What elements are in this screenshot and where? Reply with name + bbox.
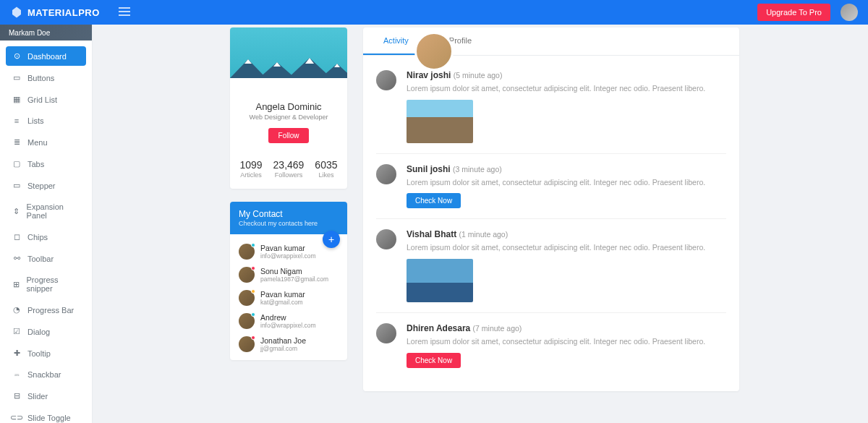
nav-label: Tooltip [27,349,51,358]
upgrade-button[interactable]: Upgrade To Pro [757,4,830,21]
sidebar-item-progress-bar[interactable]: ◔Progress Bar [6,300,86,320]
nav-label: Expansion Panel [27,202,80,220]
activity-time: (5 minute ago) [454,71,503,80]
contact-email: jj@gmail.com [260,345,306,352]
nav-label: Slide Toggle [27,414,71,422]
contact-email: kat@gmail.com [260,299,305,306]
activity-avatar [376,70,396,90]
activity-heading: Vishal Bhatt (1 minute ago) [407,229,726,239]
contact-email: pamela1987@gmail.com [260,275,328,283]
nav-icon: ✚ [12,349,22,358]
profile-name: Angela Dominic [233,101,344,112]
svg-marker-6 [320,64,347,78]
activity-time: (1 minute ago) [459,230,508,239]
contact-avatar [239,336,255,352]
sidebar: Markam Doe ⊙Dashboard▭Buttons▦Grid List≡… [0,25,93,423]
svg-marker-3 [273,62,281,67]
stat-number: 6035 [315,159,337,171]
check-now-button[interactable]: Check Now [407,353,461,368]
contact-name: Pavan kumar [260,244,316,252]
contact-item[interactable]: Sonu Nigampamela1987@gmail.com [230,263,347,286]
activity-item: Vishal Bhatt (1 minute ago)Lorem ipsum d… [376,219,726,313]
status-dot [251,336,255,340]
sidebar-item-progress-snipper[interactable]: ⊞Progress snipper [6,270,86,298]
sidebar-item-slider[interactable]: ⊟Slider [6,386,86,406]
status-dot [251,243,255,247]
nav-icon: ≣ [12,137,22,147]
sidebar-item-lists[interactable]: ≡Lists [6,111,86,130]
activity-card: ActivityProfile Nirav joshi (5 minute ag… [363,27,739,391]
sidebar-item-buttons[interactable]: ▭Buttons [6,68,86,87]
contact-avatar [239,267,255,283]
activity-image [407,259,473,302]
nav-label: Dialog [27,328,50,336]
sidebar-item-grid-list[interactable]: ▦Grid List [6,90,86,109]
nav-icon: ⇕ [12,207,21,216]
add-contact-button[interactable]: + [323,231,340,248]
contact-avatar [239,290,255,306]
nav-icon: ⊂⊃ [12,413,22,422]
nav-label: Dashboard [27,52,67,61]
status-dot [251,266,255,270]
sidebar-item-chips[interactable]: ◻Chips [6,227,86,247]
contact-email: info@wrappixel.com [260,322,316,329]
nav-icon: ⎓ [12,370,22,379]
stat-label: Likes [315,171,337,179]
activity-avatar [376,164,396,184]
nav-label: Buttons [27,74,54,82]
stat-label: Articles [239,171,262,179]
brand-logo[interactable]: MATERIALPRO [10,6,100,19]
contact-name: Sonu Nigam [260,267,328,275]
follow-button[interactable]: Follow [268,128,310,143]
nav-icon: ⊟ [12,391,22,401]
nav-label: Progress Bar [27,306,74,315]
contacts-title: My Contact [239,209,339,219]
nav-icon: ▦ [12,95,22,104]
sidebar-item-menu[interactable]: ≣Menu [6,132,86,152]
nav-icon: ☑ [12,327,22,336]
profile-avatar [414,32,454,71]
profile-card: Angela Dominic Web Designer & Developer … [230,27,347,189]
stat-likes: 6035Likes [315,159,337,179]
profile-role: Web Designer & Developer [233,114,344,121]
sidebar-item-tooltip[interactable]: ✚Tooltip [6,343,86,363]
nav-icon: ≡ [12,116,22,125]
sidebar-item-expansion-panel[interactable]: ⇕Expansion Panel [6,197,86,225]
nav-label: Menu [27,138,48,147]
activity-avatar [376,323,396,343]
contact-email: info@wrappixel.com [260,252,316,260]
activity-time: (7 minute ago) [473,324,522,333]
nav-icon: ◻ [12,232,22,242]
sidebar-item-toolbar[interactable]: ⚯Toolbar [6,249,86,268]
nav-label: Snackbar [27,370,61,379]
contact-avatar [239,313,255,329]
check-now-button[interactable]: Check Now [407,193,461,208]
svg-marker-1 [244,59,252,64]
sidebar-item-dashboard[interactable]: ⊙Dashboard [6,46,86,66]
activity-text: Lorem ipsum dolor sit amet, consectetur … [407,336,726,347]
stat-followers: 23,469Followers [273,159,305,179]
nav-icon: ⊞ [12,280,21,289]
sidebar-item-snackbar[interactable]: ⎓Snackbar [6,365,86,384]
nav-label: Toolbar [27,255,54,263]
user-avatar[interactable] [841,4,858,21]
sidebar-item-slide-toggle[interactable]: ⊂⊃Slide Toggle [6,408,86,423]
sidebar-item-stepper[interactable]: ▭Stepper [6,176,86,195]
stat-number: 23,469 [273,159,305,171]
sidebar-user-banner[interactable]: Markam Doe [0,25,92,40]
nav-icon: ◔ [12,305,22,315]
sidebar-item-dialog[interactable]: ☑Dialog [6,322,86,341]
contact-item[interactable]: Andrewinfo@wrappixel.com [230,309,347,333]
activity-text: Lorem ipsum dolor sit amet, consectetur … [407,83,726,94]
contact-item[interactable]: Pavan kumarkat@gmail.com [230,286,347,309]
status-dot [251,289,255,294]
brand-text: MATERIALPRO [27,7,100,18]
contact-item[interactable]: Jonathan Joejj@gmail.com [230,333,347,356]
activity-avatar [376,229,396,249]
topbar: MATERIALPRO Upgrade To Pro [0,0,868,25]
nav-icon: ⊙ [12,51,22,61]
stat-number: 1099 [239,159,262,171]
nav-label: Grid List [27,95,57,104]
sidebar-item-tabs[interactable]: ▢Tabs [6,154,86,174]
menu-toggle-icon[interactable] [119,6,130,19]
